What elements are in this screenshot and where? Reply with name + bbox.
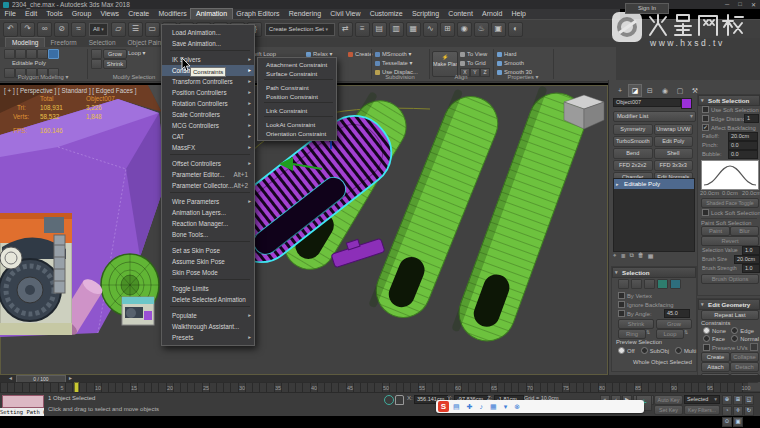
attach-button[interactable]: Attach — [701, 362, 730, 372]
ime-board-icon[interactable]: ▦ — [490, 401, 497, 412]
display-tab[interactable]: ▢ — [673, 84, 687, 97]
animation-menu-item[interactable]: IK Solvers▸ — [162, 54, 254, 65]
grow-button[interactable]: Grow — [103, 49, 127, 59]
animation-menu-item[interactable]: Walkthrough Assistant... — [162, 321, 254, 332]
animation-menu-item[interactable]: Load Animation... — [162, 27, 254, 38]
align-icon[interactable]: ≡ — [355, 22, 370, 37]
make-unique-icon[interactable]: ⧉ — [629, 252, 633, 259]
brush-options-button[interactable]: Brush Options — [701, 274, 759, 284]
timeline-next-button[interactable]: ► — [68, 375, 73, 382]
maxscript-listener[interactable]: Setting Path C — [0, 408, 44, 416]
selection-region-icon[interactable]: ▭ — [145, 22, 160, 37]
revert-button[interactable]: Revert — [701, 236, 759, 246]
modifier-button[interactable]: Edit Poly — [654, 136, 694, 147]
bubble-field[interactable]: 0.0 — [728, 150, 758, 159]
minimize-button[interactable]: ─ — [725, 1, 729, 8]
zoom-region-icon[interactable]: ◱ — [744, 395, 754, 405]
unlink-selection-icon[interactable]: ⊘ — [54, 22, 69, 37]
menu-bar-item[interactable]: Rendering — [284, 9, 326, 19]
selection-value-field[interactable]: 1.0 — [742, 246, 760, 255]
edit-geometry-rollout-header[interactable]: Edit Geometry — [698, 299, 760, 310]
loop-button[interactable]: Loop — [656, 329, 684, 339]
element-subobject-icon[interactable] — [670, 279, 681, 289]
subdivision-panel-title[interactable]: Subdivision — [371, 74, 429, 80]
ime-mode-icon[interactable]: ▤ — [453, 401, 460, 412]
create-selection-set-field[interactable]: Create Selection Set ▾ — [265, 23, 335, 36]
animation-menu-item[interactable]: Parameter Editor...Alt+1 — [162, 169, 254, 180]
menu-bar-item[interactable]: Modifiers — [154, 9, 192, 19]
material-editor-icon[interactable]: ◉ — [457, 22, 472, 37]
bind-to-spacewarp-icon[interactable]: ≈ — [71, 22, 86, 37]
pan-icon[interactable]: ✛ — [733, 406, 743, 416]
object-color-swatch[interactable] — [681, 98, 692, 109]
maximize-button[interactable]: □ — [738, 1, 742, 8]
ime-voice-icon[interactable]: ♪ — [480, 401, 484, 412]
object-name-field[interactable]: Object007 — [613, 98, 681, 107]
vertex-subobject-icon[interactable] — [618, 279, 629, 289]
constraint-submenu-item[interactable]: Surface Constraint — [258, 69, 336, 78]
constraint-submenu-item[interactable]: LookAt Constraint — [258, 120, 336, 129]
constraint-option[interactable]: None — [703, 327, 729, 334]
animation-menu-item[interactable]: Scale Controllers▸ — [162, 109, 254, 120]
auto-key-button[interactable]: Auto Key — [654, 395, 683, 405]
key-mode-dropdown[interactable]: Selected▾ — [684, 395, 720, 404]
motion-tab[interactable]: ◉ — [658, 84, 672, 97]
menu-bar-item[interactable]: Views — [96, 9, 124, 19]
detach-button[interactable]: Detach — [730, 362, 759, 372]
ime-toolbar[interactable]: S ▤✚♪▦▾⊗ — [436, 400, 644, 413]
ms-tool-button[interactable] — [91, 49, 102, 59]
align-panel-title[interactable]: Align — [430, 74, 492, 80]
animation-menu-item[interactable]: Presets▸ — [162, 332, 254, 343]
rendered-frame-icon[interactable]: ▣ — [491, 22, 506, 37]
polygon-mode-button[interactable] — [37, 49, 48, 59]
animation-menu-item[interactable]: Parameter Collector...Alt+2 — [162, 180, 254, 191]
shrink-selection-button[interactable]: Shrink — [618, 319, 654, 329]
grow-selection-button[interactable]: Grow — [656, 319, 692, 329]
set-key-button[interactable]: Set Key — [654, 405, 683, 415]
pinch-field[interactable]: 0.0 — [728, 141, 758, 150]
create-tab[interactable]: + — [613, 84, 627, 97]
modify-tab[interactable]: ◪ — [628, 84, 642, 97]
menu-bar-item[interactable]: Customize — [365, 9, 407, 19]
render-setup-icon[interactable]: ♨ — [474, 22, 489, 37]
shaded-face-toggle-button[interactable]: Shaded Face Toggle — [701, 198, 759, 208]
menu-bar-item[interactable]: Group — [67, 9, 96, 19]
constraint-submenu-item[interactable]: Position Constraint — [258, 92, 336, 101]
animation-menu-item[interactable]: Populate▸ — [162, 310, 254, 321]
create-geometry-button[interactable]: Create — [701, 352, 730, 362]
sign-in-button[interactable]: Sign In — [625, 3, 669, 14]
ribbon-tab[interactable]: Selection — [83, 38, 122, 47]
scene-explorer-icon[interactable]: ▥ — [389, 22, 404, 37]
key-filters-button[interactable]: Key Filters... — [684, 405, 720, 415]
edge-mode-button[interactable] — [15, 49, 26, 59]
animation-menu-item[interactable]: Animation Layers... — [162, 207, 254, 218]
falloff-field[interactable]: 20.0cm — [728, 132, 758, 141]
animation-menu-item[interactable]: Save Animation... — [162, 38, 254, 49]
loop-dropdown[interactable]: Loop ▾ — [128, 49, 145, 57]
animation-menu-item[interactable]: Set as Skin Pose — [162, 245, 254, 256]
animation-menu-item[interactable]: MCG Controllers▸ — [162, 120, 254, 131]
field-of-view-icon[interactable]: ◔ — [722, 406, 732, 416]
border-subobject-icon[interactable] — [644, 279, 655, 289]
paint-button[interactable]: Paint — [701, 226, 730, 236]
polygon-modeling-panel-title[interactable]: Polygon Modeling ▾ — [0, 74, 86, 80]
brush-strength-field[interactable]: 1.0 — [742, 264, 760, 273]
animation-menu-item[interactable]: Delete Selected Animation — [162, 294, 254, 305]
element-mode-button[interactable] — [48, 49, 59, 59]
create-tool-button[interactable]: Create — [348, 50, 372, 58]
show-end-result-icon[interactable]: ≣ — [620, 252, 625, 259]
macro-recorder-pane[interactable] — [2, 395, 44, 408]
ime-arrow-icon[interactable]: ▾ — [504, 401, 508, 412]
modifier-button[interactable]: Bend — [613, 148, 653, 159]
modifier-button[interactable]: Unwrap UVW — [654, 124, 694, 135]
animation-menu-item[interactable]: Assume Skin Pose — [162, 256, 254, 267]
undo-icon[interactable]: ↶ — [3, 22, 18, 37]
properties-panel-title[interactable]: Properties ▾ — [494, 74, 552, 80]
animation-menu-item[interactable]: Rotation Controllers▸ — [162, 98, 254, 109]
shrink-button[interactable]: Shrink — [103, 59, 127, 69]
animation-menu-item[interactable]: Transform Controllers▸ — [162, 76, 254, 87]
constraint-option[interactable]: Edge — [731, 327, 759, 334]
vertex-mode-button[interactable] — [4, 49, 15, 59]
animation-menu-item[interactable]: Wire Parameters▸ — [162, 196, 254, 207]
hard-button[interactable]: Hard — [497, 50, 517, 58]
